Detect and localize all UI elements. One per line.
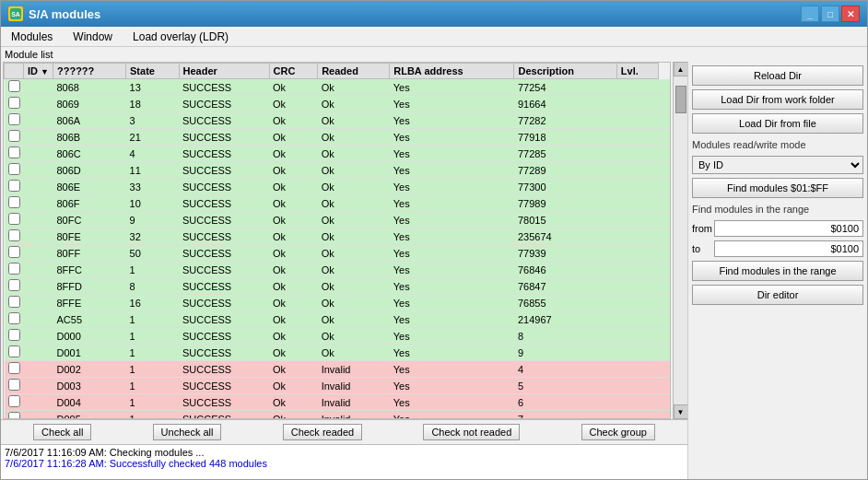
menu-window[interactable]: Window <box>66 28 119 46</box>
minimize-button[interactable]: _ <box>801 6 819 22</box>
to-input[interactable] <box>714 240 863 257</box>
menu-modules[interactable]: Modules <box>5 28 59 46</box>
table-container[interactable]: ID ▼ ?????? State Header CRC Readed RLBA… <box>3 62 671 419</box>
row-checkbox[interactable] <box>8 362 20 374</box>
scroll-up-btn[interactable]: ▲ <box>674 62 688 76</box>
row-lvl <box>658 361 670 378</box>
table-row[interactable]: D0041SUCCESSOkInvalidYes6 <box>5 394 671 411</box>
row-checkbox[interactable] <box>8 379 20 391</box>
row-checkbox[interactable] <box>8 213 20 225</box>
menu-load-overlay[interactable]: Load overlay (LDR) <box>126 28 235 46</box>
table-row[interactable]: 806C4SUCCESSOkOkYes77285 <box>5 146 671 162</box>
row-state: SUCCESS <box>179 79 269 96</box>
row-arrow <box>24 228 53 245</box>
row-checkbox[interactable] <box>8 246 20 258</box>
row-arrow <box>24 245 53 262</box>
row-lvl <box>658 345 670 361</box>
table-row[interactable]: 806813SUCCESSOkOkYes77254 <box>5 79 671 96</box>
close-button[interactable]: ✕ <box>841 6 860 22</box>
table-row[interactable]: 806D11SUCCESSOkOkYes77289 <box>5 162 671 179</box>
row-crc: Ok <box>318 245 390 262</box>
row-header: Ok <box>269 129 318 146</box>
table-row[interactable]: 80FE32SUCCESSOkOkYes235674 <box>5 228 671 245</box>
row-state: SUCCESS <box>179 411 269 420</box>
row-checkbox[interactable] <box>8 97 20 109</box>
scroll-down-btn[interactable]: ▼ <box>674 404 688 419</box>
from-input[interactable] <box>714 220 863 237</box>
row-state: SUCCESS <box>179 345 269 361</box>
table-row[interactable]: 806E33SUCCESSOkOkYes77300 <box>5 179 671 195</box>
scroll-thumb[interactable] <box>675 86 686 113</box>
to-label: to <box>692 243 710 254</box>
check-readed-button[interactable]: Check readed <box>283 424 363 440</box>
table-row[interactable]: 806A3SUCCESSOkOkYes77282 <box>5 112 671 129</box>
row-arrow <box>24 79 53 96</box>
row-checkbox[interactable] <box>8 312 20 324</box>
row-state: SUCCESS <box>179 212 269 228</box>
check-not-readed-button[interactable]: Check not readed <box>423 424 520 440</box>
bottom-bar: Check all Uncheck all Check readed Check… <box>1 419 687 444</box>
row-arrow <box>24 112 53 129</box>
row-id: D004 <box>53 394 125 411</box>
row-checkbox[interactable] <box>8 412 20 419</box>
row-crc: Invalid <box>318 394 390 411</box>
row-checkbox[interactable] <box>8 263 20 275</box>
mode-select[interactable]: By ID By Name By Index <box>692 156 863 174</box>
load-dir-work-folder-button[interactable]: Load Dir from work folder <box>692 89 863 110</box>
reload-dir-button[interactable]: Reload Dir <box>692 65 863 86</box>
row-header: Ok <box>269 394 318 411</box>
table-row[interactable]: 8FFE16SUCCESSOkOkYes76855 <box>5 295 671 311</box>
row-id: D000 <box>53 328 125 345</box>
check-group-button[interactable]: Check group <box>581 424 655 440</box>
row-unk: 3 <box>126 112 180 129</box>
check-all-button[interactable]: Check all <box>33 424 91 440</box>
row-checkbox[interactable] <box>8 146 20 158</box>
row-crc: Ok <box>318 228 390 245</box>
table-row[interactable]: D0021SUCCESSOkInvalidYes4 <box>5 361 671 378</box>
row-checkbox[interactable] <box>8 80 20 92</box>
table-row[interactable]: 80FC9SUCCESSOkOkYes78015 <box>5 212 671 228</box>
row-checkbox[interactable] <box>8 279 20 291</box>
find-range-btn[interactable]: Find modules in the range <box>692 261 863 281</box>
uncheck-all-button[interactable]: Uncheck all <box>153 424 222 440</box>
table-row[interactable]: 8FFD8SUCCESSOkOkYes76847 <box>5 278 671 295</box>
svg-text:SA: SA <box>11 11 20 18</box>
table-row[interactable]: D0011SUCCESSOkOkYes9 <box>5 345 671 361</box>
row-checkbox[interactable] <box>8 345 20 357</box>
col-crc: CRC <box>269 64 318 79</box>
table-row[interactable]: 806918SUCCESSOkOkYes91664 <box>5 96 671 112</box>
row-checkbox[interactable] <box>8 229 20 241</box>
row-lvl <box>658 195 670 212</box>
table-row[interactable]: D0001SUCCESSOkOkYes8 <box>5 328 671 345</box>
module-list-label: Module list <box>1 47 867 62</box>
table-row[interactable]: 80FF50SUCCESSOkOkYes77939 <box>5 245 671 262</box>
row-checkbox[interactable] <box>8 130 20 142</box>
row-arrow <box>24 411 53 420</box>
row-state: SUCCESS <box>179 245 269 262</box>
maximize-button[interactable]: □ <box>821 6 839 22</box>
row-header: Ok <box>269 345 318 361</box>
table-row[interactable]: D0051SUCCESSOkInvalidYes7 <box>5 411 671 420</box>
row-unk: 1 <box>126 378 180 394</box>
table-row[interactable]: D0031SUCCESSOkInvalidYes5 <box>5 378 671 394</box>
row-state: SUCCESS <box>179 311 269 328</box>
table-row[interactable]: 806B21SUCCESSOkOkYes77918 <box>5 129 671 146</box>
table-row[interactable]: 806F10SUCCESSOkOkYes77989 <box>5 195 671 212</box>
row-readed: Yes <box>390 394 514 411</box>
load-dir-file-button[interactable]: Load Dir from file <box>692 113 863 134</box>
find-modules-btn[interactable]: Find modules $01:$FF <box>692 178 863 198</box>
row-readed: Yes <box>390 311 514 328</box>
row-checkbox[interactable] <box>8 196 20 208</box>
row-checkbox[interactable] <box>8 113 20 125</box>
table-row[interactable]: AC551SUCCESSOkOkYes214967 <box>5 311 671 328</box>
row-rlba: 76846 <box>514 262 616 278</box>
row-checkbox[interactable] <box>8 163 20 175</box>
dir-editor-btn[interactable]: Dir editor <box>692 285 863 305</box>
table-row[interactable]: 8FFC1SUCCESSOkOkYes76846 <box>5 262 671 278</box>
scroll-track <box>674 76 687 404</box>
row-checkbox[interactable] <box>8 296 20 308</box>
row-checkbox[interactable] <box>8 180 20 192</box>
row-checkbox[interactable] <box>8 395 20 407</box>
row-crc: Ok <box>318 162 390 179</box>
row-checkbox[interactable] <box>8 329 20 341</box>
